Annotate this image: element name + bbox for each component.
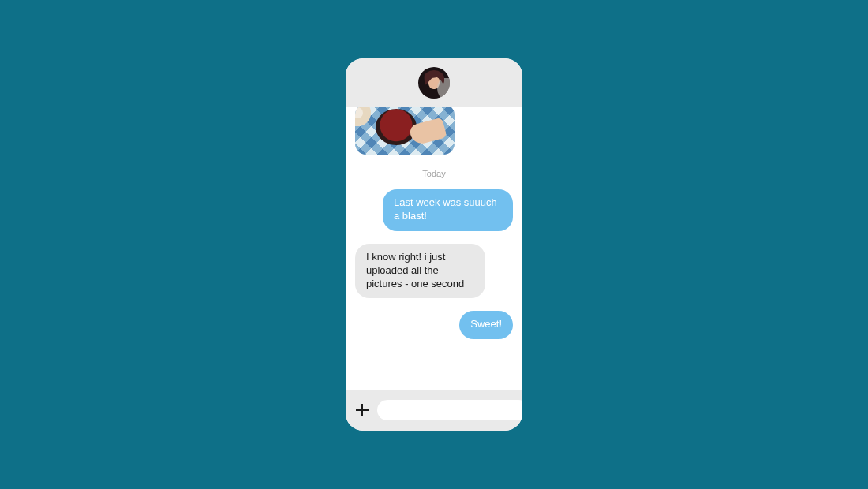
- contact-avatar[interactable]: [418, 67, 450, 99]
- message-list: Today Last week was suuuch a blast! I kn…: [346, 107, 522, 390]
- message-sent[interactable]: Last week was suuuch a blast!: [383, 189, 513, 231]
- message-input[interactable]: [377, 400, 522, 420]
- composer-bar: [346, 390, 522, 431]
- chat-window: Today Last week was suuuch a blast! I kn…: [346, 58, 522, 431]
- image-message[interactable]: [355, 107, 455, 155]
- add-attachment-button[interactable]: [355, 403, 369, 417]
- message-received[interactable]: I know right! i just uploaded all the pi…: [355, 244, 485, 299]
- message-sent[interactable]: Sweet!: [459, 311, 513, 339]
- date-separator: Today: [355, 169, 513, 178]
- chat-header: [346, 58, 522, 107]
